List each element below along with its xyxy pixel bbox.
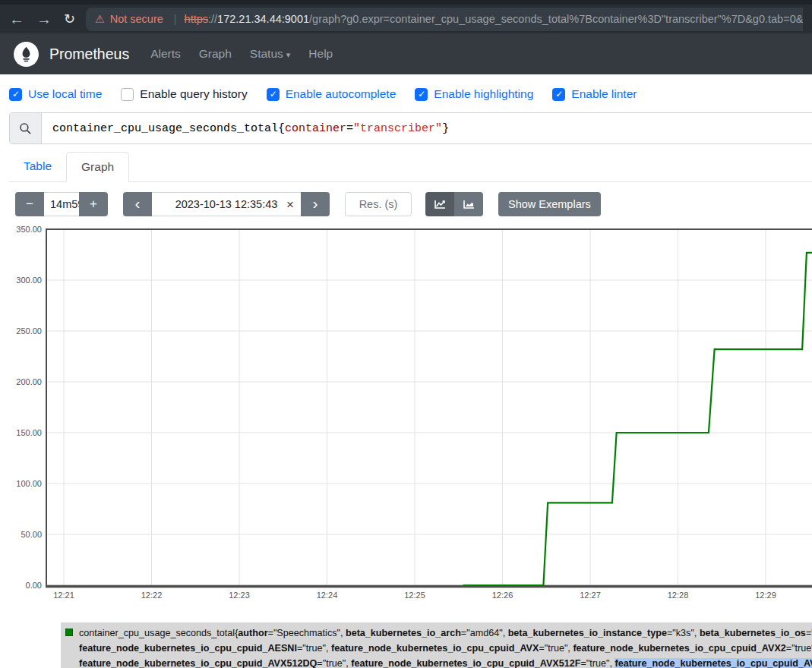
legend-line: container_cpu_usage_seconds_total{author…: [65, 625, 812, 641]
stacked-chart-icon: [463, 199, 476, 210]
datetime-value: 2023-10-13 12:35:43: [175, 198, 278, 210]
nav-item-help[interactable]: Help: [308, 47, 333, 61]
time-control-group: ‹ 2023-10-13 12:35:43 × ›: [123, 192, 330, 216]
checkbox-icon[interactable]: [121, 88, 134, 101]
stacked-chart-toggle-button[interactable]: [454, 192, 483, 216]
tab-graph[interactable]: Graph: [66, 152, 129, 182]
back-icon[interactable]: ←: [9, 11, 24, 27]
prometheus-logo: [14, 42, 39, 67]
url-bar[interactable]: ⚠ Not secure | https://172.21.34.44:9001…: [86, 8, 803, 31]
datetime-input[interactable]: 2023-10-13 12:35:43 ×: [152, 192, 301, 216]
graph-toolbar: − + ‹ 2023-10-13 12:35:43 × › Show Exemp…: [15, 192, 812, 216]
checkbox-icon[interactable]: [552, 88, 565, 101]
svg-text:150.00: 150.00: [16, 428, 42, 437]
legend-item[interactable]: container_cpu_usage_seconds_total{author…: [61, 622, 812, 668]
forward-icon[interactable]: →: [36, 11, 52, 27]
checkbox-enable-query-history[interactable]: Enable query history: [121, 87, 247, 101]
brand-title[interactable]: Prometheus: [49, 46, 129, 63]
nav-item-alerts[interactable]: Alerts: [150, 47, 181, 61]
legend-line: feature_node_kubernetes_io_cpu_cpuid_AES…: [65, 641, 812, 656]
svg-text:300.00: 300.00: [16, 276, 42, 285]
range-input[interactable]: [44, 192, 79, 216]
checkbox-use-local-time[interactable]: Use local time: [9, 87, 102, 101]
svg-text:12:29: 12:29: [755, 591, 776, 600]
url-text: https://172.21.34.44:9001/graph?g0.expr=…: [185, 13, 803, 25]
checkbox-enable-linter[interactable]: Enable linter: [552, 87, 637, 101]
flame-icon: [18, 46, 34, 62]
next-time-button[interactable]: ›: [301, 192, 330, 216]
svg-text:12:23: 12:23: [229, 591, 250, 600]
chart-type-toggle: [425, 192, 483, 216]
panel-tabs: Table Graph: [9, 152, 812, 182]
nav-item-status[interactable]: Status▾: [250, 47, 290, 61]
checkbox-icon[interactable]: [267, 88, 280, 101]
chevron-down-icon: ▾: [286, 50, 291, 59]
svg-text:12:28: 12:28: [668, 591, 689, 600]
checkbox-label: Enable highlighting: [434, 87, 533, 101]
legend-line: feature_node_kubernetes_io_cpu_cpuid_AVX…: [65, 656, 812, 668]
checkbox-enable-autocomplete[interactable]: Enable autocomplete: [267, 87, 397, 101]
checkbox-label: Use local time: [28, 87, 102, 101]
resolution-input[interactable]: [345, 192, 412, 216]
svg-text:200.00: 200.00: [16, 377, 42, 386]
reload-icon[interactable]: ↻: [64, 12, 75, 26]
browser-toolbar: ← → ↻ ⚠ Not secure | https://172.21.34.4…: [0, 0, 812, 33]
tab-table[interactable]: Table: [9, 152, 66, 181]
increase-range-button[interactable]: +: [79, 192, 108, 216]
checkbox-icon[interactable]: [415, 88, 428, 101]
checkbox-label: Enable autocomplete: [286, 87, 397, 101]
svg-text:12:27: 12:27: [580, 591, 601, 600]
nav-item-graph[interactable]: Graph: [199, 47, 232, 61]
search-icon: [19, 122, 32, 135]
svg-text:12:26: 12:26: [492, 591, 513, 600]
svg-text:12:25: 12:25: [404, 591, 425, 600]
graph-panel[interactable]: 0.0050.00100.00150.00200.00250.00300.003…: [0, 225, 812, 606]
svg-text:12:22: 12:22: [141, 591, 163, 600]
legend-text: container_cpu_usage_seconds_total{author…: [65, 625, 812, 668]
query-expression-input[interactable]: container_cpu_usage_seconds_total{contai…: [42, 113, 812, 143]
checkbox-icon[interactable]: [9, 88, 22, 101]
warning-icon: ⚠: [95, 13, 105, 25]
show-exemplars-button[interactable]: Show Exemplars: [498, 192, 601, 216]
range-control-group: − +: [15, 192, 108, 216]
decrease-range-button[interactable]: −: [15, 192, 44, 216]
prometheus-navbar: Prometheus Alerts Graph Status▾ Help: [0, 33, 812, 74]
series-line: [463, 253, 812, 585]
url-separator: |: [174, 13, 177, 25]
not-secure-label[interactable]: Not secure: [110, 13, 163, 25]
query-expression-bar: container_cpu_usage_seconds_total{contai…: [9, 112, 812, 144]
query-search-addon: [10, 113, 42, 143]
checkbox-enable-highlighting[interactable]: Enable highlighting: [415, 87, 533, 101]
clear-time-icon[interactable]: ×: [286, 198, 294, 211]
svg-text:50.00: 50.00: [21, 530, 42, 539]
checkbox-label: Enable linter: [571, 87, 637, 101]
time-series-chart[interactable]: 0.0050.00100.00150.00200.00250.00300.003…: [0, 225, 812, 603]
svg-text:100.00: 100.00: [16, 479, 42, 488]
svg-text:250.00: 250.00: [16, 326, 42, 336]
checkbox-label: Enable query history: [140, 87, 247, 101]
svg-text:0.00: 0.00: [26, 581, 42, 590]
series-color-swatch: [65, 629, 73, 636]
line-chart-icon: [434, 199, 447, 210]
svg-text:350.00: 350.00: [16, 225, 42, 234]
options-row: Use local time Enable query history Enab…: [9, 87, 812, 101]
previous-time-button[interactable]: ‹: [123, 192, 152, 216]
svg-text:12:24: 12:24: [317, 591, 338, 600]
svg-text:12:21: 12:21: [53, 591, 74, 600]
line-chart-toggle-button[interactable]: [425, 192, 454, 216]
